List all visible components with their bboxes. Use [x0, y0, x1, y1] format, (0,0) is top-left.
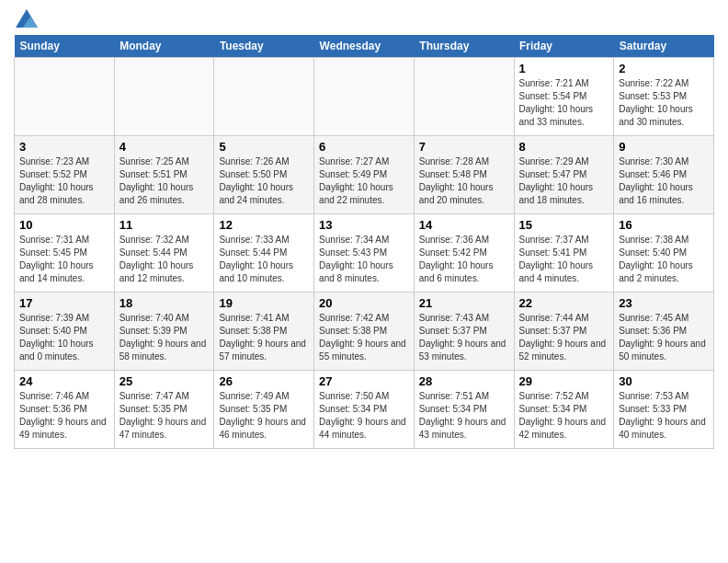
day-number: 21 [419, 296, 509, 310]
calendar-cell: 13Sunrise: 7:34 AM Sunset: 5:43 PM Dayli… [314, 214, 415, 293]
day-info: Sunrise: 7:50 AM Sunset: 5:34 PM Dayligh… [319, 390, 409, 442]
day-number: 28 [419, 374, 509, 388]
day-info: Sunrise: 7:52 AM Sunset: 5:34 PM Dayligh… [519, 390, 609, 442]
calendar-cell: 17Sunrise: 7:39 AM Sunset: 5:40 PM Dayli… [15, 293, 115, 371]
day-info: Sunrise: 7:27 AM Sunset: 5:49 PM Dayligh… [319, 155, 409, 207]
calendar-cell: 4Sunrise: 7:25 AM Sunset: 5:51 PM Daylig… [114, 136, 214, 214]
day-number: 26 [219, 374, 309, 388]
calendar-cell: 7Sunrise: 7:28 AM Sunset: 5:48 PM Daylig… [414, 136, 514, 214]
day-info: Sunrise: 7:34 AM Sunset: 5:43 PM Dayligh… [319, 234, 409, 285]
calendar-cell: 30Sunrise: 7:53 AM Sunset: 5:33 PM Dayli… [614, 371, 714, 449]
day-info: Sunrise: 7:44 AM Sunset: 5:37 PM Dayligh… [519, 312, 609, 363]
page-header [14, 9, 714, 28]
calendar-cell: 23Sunrise: 7:45 AM Sunset: 5:36 PM Dayli… [614, 293, 714, 371]
day-number: 17 [19, 296, 109, 310]
day-number: 25 [119, 374, 210, 388]
day-info: Sunrise: 7:49 AM Sunset: 5:35 PM Dayligh… [219, 390, 309, 442]
calendar-cell: 8Sunrise: 7:29 AM Sunset: 5:47 PM Daylig… [514, 136, 614, 214]
day-number: 2 [619, 62, 709, 75]
calendar-cell: 25Sunrise: 7:47 AM Sunset: 5:35 PM Dayli… [114, 371, 214, 449]
logo [14, 9, 38, 28]
calendar-cell: 29Sunrise: 7:52 AM Sunset: 5:34 PM Dayli… [514, 371, 614, 449]
day-info: Sunrise: 7:40 AM Sunset: 5:39 PM Dayligh… [119, 312, 210, 363]
day-number: 30 [619, 374, 709, 388]
day-info: Sunrise: 7:51 AM Sunset: 5:34 PM Dayligh… [419, 390, 509, 442]
day-info: Sunrise: 7:43 AM Sunset: 5:37 PM Dayligh… [419, 312, 509, 363]
calendar-cell: 18Sunrise: 7:40 AM Sunset: 5:39 PM Dayli… [114, 293, 214, 371]
day-number: 18 [119, 296, 210, 310]
day-number: 11 [119, 218, 210, 232]
calendar-cell: 22Sunrise: 7:44 AM Sunset: 5:37 PM Dayli… [514, 293, 614, 371]
day-info: Sunrise: 7:47 AM Sunset: 5:35 PM Dayligh… [119, 390, 210, 442]
calendar-week-row: 1Sunrise: 7:21 AM Sunset: 5:54 PM Daylig… [15, 58, 714, 136]
day-info: Sunrise: 7:32 AM Sunset: 5:44 PM Dayligh… [119, 234, 210, 285]
day-info: Sunrise: 7:23 AM Sunset: 5:52 PM Dayligh… [19, 155, 109, 207]
weekday-header-row: SundayMondayTuesdayWednesdayThursdayFrid… [15, 35, 714, 58]
calendar-week-row: 24Sunrise: 7:46 AM Sunset: 5:36 PM Dayli… [15, 371, 714, 449]
day-number: 14 [419, 218, 509, 232]
weekday-header-thursday: Thursday [414, 35, 514, 58]
calendar-cell: 1Sunrise: 7:21 AM Sunset: 5:54 PM Daylig… [514, 58, 614, 136]
calendar-week-row: 3Sunrise: 7:23 AM Sunset: 5:52 PM Daylig… [15, 136, 714, 214]
day-info: Sunrise: 7:25 AM Sunset: 5:51 PM Dayligh… [119, 155, 210, 207]
day-info: Sunrise: 7:22 AM Sunset: 5:53 PM Dayligh… [619, 77, 709, 129]
day-number: 12 [219, 218, 309, 232]
weekday-header-saturday: Saturday [614, 35, 714, 58]
calendar-cell: 21Sunrise: 7:43 AM Sunset: 5:37 PM Dayli… [414, 293, 514, 371]
day-number: 9 [619, 140, 709, 154]
calendar-cell: 15Sunrise: 7:37 AM Sunset: 5:41 PM Dayli… [514, 214, 614, 293]
day-number: 22 [519, 296, 609, 310]
day-info: Sunrise: 7:36 AM Sunset: 5:42 PM Dayligh… [419, 234, 509, 285]
day-number: 5 [219, 140, 309, 154]
day-info: Sunrise: 7:38 AM Sunset: 5:40 PM Dayligh… [619, 234, 709, 285]
day-info: Sunrise: 7:31 AM Sunset: 5:45 PM Dayligh… [19, 234, 109, 285]
weekday-header-friday: Friday [514, 35, 614, 58]
calendar-cell [414, 58, 514, 136]
day-number: 24 [19, 374, 109, 388]
calendar-cell: 12Sunrise: 7:33 AM Sunset: 5:44 PM Dayli… [214, 214, 314, 293]
day-info: Sunrise: 7:26 AM Sunset: 5:50 PM Dayligh… [219, 155, 309, 207]
day-number: 6 [319, 140, 409, 154]
day-info: Sunrise: 7:29 AM Sunset: 5:47 PM Dayligh… [519, 155, 609, 207]
day-number: 4 [119, 140, 210, 154]
day-number: 27 [319, 374, 409, 388]
calendar-table: SundayMondayTuesdayWednesdayThursdayFrid… [14, 35, 714, 449]
day-info: Sunrise: 7:33 AM Sunset: 5:44 PM Dayligh… [219, 234, 309, 285]
calendar-cell: 27Sunrise: 7:50 AM Sunset: 5:34 PM Dayli… [314, 371, 415, 449]
calendar-cell: 9Sunrise: 7:30 AM Sunset: 5:46 PM Daylig… [614, 136, 714, 214]
day-number: 15 [519, 218, 609, 232]
day-number: 29 [519, 374, 609, 388]
day-info: Sunrise: 7:39 AM Sunset: 5:40 PM Dayligh… [19, 312, 109, 363]
calendar-week-row: 17Sunrise: 7:39 AM Sunset: 5:40 PM Dayli… [15, 293, 714, 371]
weekday-header-tuesday: Tuesday [214, 35, 314, 58]
day-number: 7 [419, 140, 509, 154]
calendar-cell: 2Sunrise: 7:22 AM Sunset: 5:53 PM Daylig… [614, 58, 714, 136]
day-info: Sunrise: 7:45 AM Sunset: 5:36 PM Dayligh… [619, 312, 709, 363]
calendar-cell: 6Sunrise: 7:27 AM Sunset: 5:49 PM Daylig… [314, 136, 415, 214]
day-info: Sunrise: 7:28 AM Sunset: 5:48 PM Dayligh… [419, 155, 509, 207]
calendar-cell [15, 58, 115, 136]
day-info: Sunrise: 7:53 AM Sunset: 5:33 PM Dayligh… [619, 390, 709, 442]
calendar-cell: 28Sunrise: 7:51 AM Sunset: 5:34 PM Dayli… [414, 371, 514, 449]
calendar-cell: 20Sunrise: 7:42 AM Sunset: 5:38 PM Dayli… [314, 293, 415, 371]
day-info: Sunrise: 7:21 AM Sunset: 5:54 PM Dayligh… [519, 77, 609, 129]
calendar-cell [114, 58, 214, 136]
logo-icon [16, 9, 38, 28]
day-info: Sunrise: 7:30 AM Sunset: 5:46 PM Dayligh… [619, 155, 709, 207]
calendar-cell [314, 58, 415, 136]
day-number: 13 [319, 218, 409, 232]
calendar-cell: 14Sunrise: 7:36 AM Sunset: 5:42 PM Dayli… [414, 214, 514, 293]
calendar-cell [214, 58, 314, 136]
day-number: 20 [319, 296, 409, 310]
calendar-cell: 5Sunrise: 7:26 AM Sunset: 5:50 PM Daylig… [214, 136, 314, 214]
day-info: Sunrise: 7:46 AM Sunset: 5:36 PM Dayligh… [19, 390, 109, 442]
calendar-cell: 11Sunrise: 7:32 AM Sunset: 5:44 PM Dayli… [114, 214, 214, 293]
day-number: 23 [619, 296, 709, 310]
calendar-cell: 24Sunrise: 7:46 AM Sunset: 5:36 PM Dayli… [15, 371, 115, 449]
day-info: Sunrise: 7:42 AM Sunset: 5:38 PM Dayligh… [319, 312, 409, 363]
day-info: Sunrise: 7:41 AM Sunset: 5:38 PM Dayligh… [219, 312, 309, 363]
day-number: 3 [19, 140, 109, 154]
day-number: 8 [519, 140, 609, 154]
weekday-header-sunday: Sunday [15, 35, 115, 58]
calendar-cell: 16Sunrise: 7:38 AM Sunset: 5:40 PM Dayli… [614, 214, 714, 293]
